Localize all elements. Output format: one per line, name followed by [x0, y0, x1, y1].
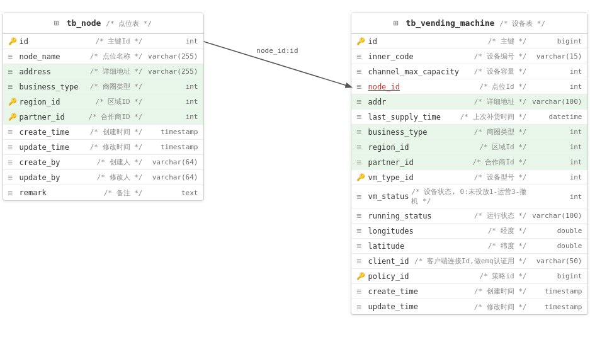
- row-icon-region_id: ≡: [356, 142, 368, 152]
- col-comment-address: /* 详细地址 */: [90, 67, 143, 76]
- col-comment-update_time: /* 修改时间 */: [90, 142, 143, 152]
- col-name-vm_status: vm_status: [368, 192, 409, 201]
- row-icon-update_by: ≡: [8, 173, 20, 182]
- col-type-region_id: int: [532, 143, 582, 151]
- col-name-comment: business_type/* 商圈类型 */: [20, 82, 143, 91]
- table-vending-icon: ⊞: [394, 18, 399, 28]
- col-comment-create_by: /* 创建人 */: [97, 157, 143, 167]
- col-comment-update_by: /* 修改人 */: [97, 173, 143, 182]
- col-type-business_type: int: [148, 82, 198, 91]
- table-row: ≡partner_id/* 合作商Id */int: [351, 155, 587, 170]
- col-name-partner_id: partner_id: [20, 113, 86, 122]
- row-icon-region_id: 🔑: [8, 98, 20, 106]
- col-type-running_status: varchar(100): [532, 212, 582, 220]
- table-vending: ⊞ tb_vending_machine /* 设备表 */ 🔑id/* 主键 …: [351, 13, 587, 315]
- col-name-latitude: latitude: [368, 242, 485, 251]
- table-vending-title: tb_vending_machine: [406, 18, 495, 28]
- col-comment-latitude: /* 纬度 */: [488, 241, 527, 251]
- col-type-business_type: int: [532, 128, 582, 136]
- col-comment-running_status: /* 运行状态 */: [474, 211, 527, 220]
- diagram-container: ⊞ tb_node /* 点位表 */ 🔑id/* 主键Id */int≡nod…: [3, 13, 588, 315]
- table-row: ≡business_type/* 商圈类型 */int: [3, 79, 203, 94]
- col-comment-last_supply_time: /* 上次补货时间 */: [460, 112, 527, 122]
- col-name-address: address: [20, 67, 88, 76]
- row-icon-business_type: ≡: [356, 127, 368, 137]
- col-type-update_time: timestamp: [532, 303, 582, 311]
- row-icon-running_status: ≡: [356, 211, 368, 220]
- col-name-create_time: create_time: [20, 128, 88, 137]
- table-node: ⊞ tb_node /* 点位表 */ 🔑id/* 主键Id */int≡nod…: [3, 13, 204, 201]
- col-name-update_time: update_time: [368, 302, 471, 311]
- table-row: ≡address/* 详细地址 */varchar(255): [3, 64, 203, 79]
- col-name-id: id: [368, 37, 485, 46]
- col-comment-business_type: /* 商圈类型 */: [474, 127, 527, 137]
- row-icon-node_name: ≡: [8, 52, 20, 61]
- col-name-update_by: update_by: [20, 173, 94, 182]
- row-icon-longitudes: ≡: [356, 226, 368, 236]
- col-name-node_name: node_name: [20, 52, 88, 61]
- connector-label: node_id:id: [255, 47, 299, 55]
- col-name-create_by: create_by: [20, 158, 94, 167]
- table-row: ≡remark/* 备注 */text: [3, 185, 203, 200]
- col-type-create_time: timestamp: [532, 287, 582, 295]
- col-name-addr: addr: [368, 98, 471, 106]
- col-type-id: int: [148, 37, 198, 45]
- col-name-comment: update_time/* 修改时间 */: [20, 142, 143, 152]
- table-row: 🔑vm_type_id/* 设备型号 */int: [351, 170, 587, 185]
- col-name-comment: inner_code/* 设备编号 */: [368, 52, 526, 61]
- col-type-remark: text: [148, 189, 198, 197]
- table-row: ≡client_id/* 客户端连接Id,做emq认证用 */varchar(5…: [351, 254, 587, 269]
- row-icon-create_time: ≡: [356, 287, 368, 296]
- col-type-vm_type_id: int: [532, 173, 582, 181]
- col-type-address: varchar(255): [148, 67, 198, 76]
- table-row: 🔑partner_id/* 合作商ID */int: [3, 110, 203, 125]
- col-type-addr: varchar(100): [532, 98, 582, 106]
- table-row: ≡region_id/* 区域Id */int: [351, 140, 587, 155]
- col-comment-id: /* 主键Id */: [96, 37, 143, 46]
- row-icon-node_id: ≡: [356, 82, 368, 91]
- table-row: ≡business_type/* 商圈类型 */int: [351, 125, 587, 140]
- table-node-icon: ⊞: [54, 18, 59, 28]
- col-name-comment: last_supply_time/* 上次补货时间 */: [368, 112, 526, 122]
- col-type-update_time: timestamp: [148, 143, 198, 151]
- table-row: 🔑policy_id/* 策略id */bigint: [351, 269, 587, 284]
- table-row: 🔑id/* 主键 */bigint: [351, 34, 587, 49]
- col-name-node_id: node_id: [368, 82, 477, 91]
- col-name-comment: node_id/* 点位Id */: [368, 82, 526, 91]
- col-name-comment: vm_type_id/* 设备型号 */: [368, 173, 526, 182]
- col-name-business_type: business_type: [20, 82, 88, 91]
- row-icon-policy_id: 🔑: [356, 272, 368, 280]
- col-comment-region_id: /* 区域ID */: [96, 97, 143, 106]
- table-vending-header: ⊞ tb_vending_machine /* 设备表 */: [351, 13, 587, 34]
- col-comment-node_id: /* 点位Id */: [480, 82, 527, 91]
- row-icon-channel_max_capacity: ≡: [356, 67, 368, 76]
- col-name-policy_id: policy_id: [368, 272, 477, 281]
- col-comment-update_time: /* 修改时间 */: [474, 302, 527, 312]
- row-icon-create_by: ≡: [8, 157, 20, 167]
- col-type-create_by: varchar(64): [148, 158, 198, 166]
- col-name-comment: update_by/* 修改人 */: [20, 173, 143, 182]
- col-type-create_time: timestamp: [148, 128, 198, 136]
- col-name-comment: node_name/* 点位名称 */: [20, 52, 143, 61]
- col-type-last_supply_time: datetime: [532, 113, 582, 121]
- col-name-comment: remark/* 备注 */: [20, 188, 143, 198]
- row-icon-vm_type_id: 🔑: [356, 173, 368, 181]
- col-comment-region_id: /* 区域Id */: [480, 142, 527, 152]
- row-icon-id: 🔑: [356, 37, 368, 45]
- col-type-vm_status: int: [532, 193, 582, 201]
- row-icon-business_type: ≡: [8, 82, 20, 91]
- col-name-last_supply_time: last_supply_time: [368, 113, 457, 122]
- col-name-update_time: update_time: [20, 143, 88, 152]
- col-comment-partner_id: /* 合作商Id */: [473, 157, 527, 167]
- col-type-node_id: int: [532, 82, 582, 91]
- table-row: ≡latitude/* 纬度 */double: [351, 239, 587, 254]
- col-type-channel_max_capacity: int: [532, 67, 582, 76]
- table-row: ≡update_time/* 修改时间 */timestamp: [3, 140, 203, 155]
- col-name-comment: create_by/* 创建人 */: [20, 157, 143, 167]
- table-row: 🔑region_id/* 区域ID */int: [3, 94, 203, 110]
- col-name-comment: id/* 主键Id */: [20, 37, 143, 46]
- col-name-comment: latitude/* 纬度 */: [368, 241, 526, 251]
- row-icon-addr: ≡: [356, 97, 368, 106]
- col-type-inner_code: varchar(15): [532, 52, 582, 60]
- row-icon-client_id: ≡: [356, 256, 368, 266]
